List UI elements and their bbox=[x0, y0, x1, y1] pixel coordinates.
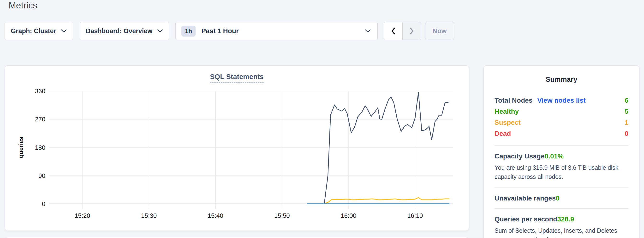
unavailable-ranges-section: Unavailable ranges 0 bbox=[494, 194, 628, 202]
sql-statements-line-chart[interactable]: 15:2015:3015:4015:5016:0016:100901802703… bbox=[5, 66, 469, 231]
controls-row: Graph: Cluster Dashboard: Overview 1h Pa… bbox=[0, 22, 644, 40]
y-tick-label: 0 bbox=[42, 200, 45, 207]
chevron-right-icon bbox=[409, 27, 414, 35]
dashboard-selector-label: Dashboard: Overview bbox=[86, 27, 152, 35]
total-nodes-row: Total Nodes View nodes list 6 bbox=[494, 95, 628, 106]
time-pager bbox=[384, 22, 421, 40]
chart-title[interactable]: SQL Statements bbox=[210, 73, 264, 83]
suspect-label: Suspect bbox=[494, 119, 521, 127]
dark-navy-series bbox=[324, 92, 449, 204]
now-button[interactable]: Now bbox=[425, 22, 454, 40]
unavailable-ranges-label: Unavailable ranges bbox=[494, 194, 556, 202]
summary-panel: Summary Total Nodes View nodes list 6 He… bbox=[484, 65, 640, 238]
capacity-usage-description: You are using 315.9 MiB of 3.6 TiB usabl… bbox=[494, 163, 628, 181]
x-tick-label: 16:00 bbox=[341, 212, 356, 219]
suspect-nodes-row: Suspect 1 bbox=[494, 117, 628, 128]
node-status-rows: Total Nodes View nodes list 6 Healthy 5 … bbox=[494, 95, 628, 139]
sql-statements-chart-card: 15:2015:3015:4015:5016:0016:100901802703… bbox=[5, 65, 469, 231]
y-tick-label: 90 bbox=[38, 172, 45, 179]
capacity-usage-label: Capacity Usage bbox=[494, 152, 545, 160]
x-tick-label: 16:10 bbox=[407, 212, 423, 219]
graph-selector-label: Graph: Cluster bbox=[11, 27, 56, 35]
suspect-value: 1 bbox=[624, 119, 628, 127]
time-range-label: Past 1 Hour bbox=[201, 27, 239, 35]
unavailable-ranges-value: 0 bbox=[556, 194, 560, 202]
graph-selector-dropdown[interactable]: Graph: Cluster bbox=[4, 22, 73, 40]
x-tick-label: 15:50 bbox=[274, 212, 290, 219]
x-tick-label: 15:40 bbox=[208, 212, 223, 219]
metrics-page: Metrics Graph: Cluster Dashboard: Overvi… bbox=[0, 0, 644, 238]
y-tick-label: 270 bbox=[35, 116, 45, 123]
chevron-down-icon bbox=[365, 29, 371, 33]
next-chart-card-partial bbox=[5, 237, 469, 238]
x-tick-label: 15:30 bbox=[141, 212, 157, 219]
queries-per-second-value: 328.9 bbox=[557, 215, 574, 223]
dead-value: 0 bbox=[624, 130, 628, 138]
x-tick-label: 15:20 bbox=[74, 212, 90, 219]
healthy-nodes-row: Healthy 5 bbox=[494, 106, 628, 117]
time-forward-button[interactable] bbox=[402, 22, 421, 40]
chevron-down-icon bbox=[157, 29, 163, 33]
dead-label: Dead bbox=[494, 130, 511, 138]
healthy-value: 5 bbox=[624, 108, 628, 115]
time-range-selector[interactable]: 1h Past 1 Hour bbox=[176, 22, 378, 40]
dashboard-selector-dropdown[interactable]: Dashboard: Overview bbox=[80, 22, 169, 40]
dead-nodes-row: Dead 0 bbox=[494, 128, 628, 139]
queries-per-second-section: Queries per second 328.9 Sum of Selects,… bbox=[494, 215, 628, 238]
capacity-usage-value: 0.01% bbox=[545, 152, 564, 160]
capacity-usage-section: Capacity Usage 0.01% You are using 315.9… bbox=[494, 152, 628, 181]
yellow-series bbox=[324, 198, 449, 204]
divider bbox=[494, 187, 628, 188]
time-back-button[interactable] bbox=[384, 22, 402, 40]
y-axis-title: queries bbox=[18, 137, 24, 158]
chevron-left-icon bbox=[390, 27, 396, 35]
y-tick-label: 360 bbox=[35, 87, 45, 95]
y-tick-label: 180 bbox=[35, 144, 45, 151]
queries-per-second-description: Sum of Selects, Updates, Inserts, and De… bbox=[494, 226, 628, 238]
divider bbox=[494, 208, 628, 209]
total-nodes-label: Total Nodes bbox=[494, 97, 532, 104]
total-nodes-value: 6 bbox=[624, 97, 628, 104]
chart-title-wrap: SQL Statements bbox=[5, 73, 468, 83]
divider bbox=[494, 146, 628, 146]
queries-per-second-label: Queries per second bbox=[494, 215, 557, 223]
summary-title: Summary bbox=[494, 75, 628, 83]
healthy-label: Healthy bbox=[494, 108, 519, 115]
view-nodes-list-link[interactable]: View nodes list bbox=[537, 97, 586, 104]
chevron-down-icon bbox=[61, 29, 67, 33]
page-title: Metrics bbox=[9, 1, 37, 11]
time-range-badge: 1h bbox=[182, 26, 196, 37]
